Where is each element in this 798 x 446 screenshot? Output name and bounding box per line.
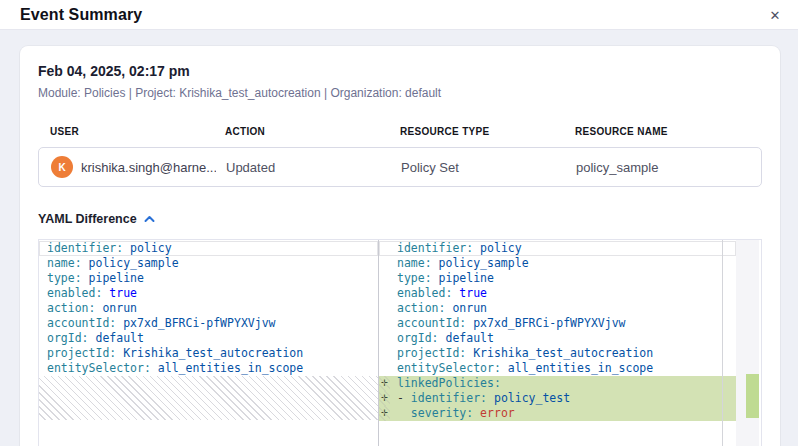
yaml-difference-label: YAML Difference (38, 212, 137, 226)
user-email: krishika.singh@harne... (81, 160, 216, 175)
diff-line: type: pipeline (379, 271, 736, 286)
diff-line: projectId: Krishika_test_autocreation (379, 346, 736, 361)
diff-added-line: linkedPolicies: (379, 376, 736, 391)
column-action: ACTION (225, 126, 400, 137)
resource-name-cell: policy_sample (576, 160, 761, 175)
diff-line: accountId: px7xd_BFRCi-pfWPYXVjvw (39, 316, 378, 331)
modal-header: Event Summary ✕ (0, 0, 798, 30)
event-card: Feb 04, 2025, 02:17 pm Module: Policies … (20, 46, 780, 446)
diff-line: name: policy_sample (39, 256, 378, 271)
modal-title: Event Summary (20, 6, 142, 24)
resource-type-cell: Policy Set (401, 160, 576, 175)
action-cell: Updated (226, 160, 401, 175)
diff-line: identifier: policy (379, 241, 736, 256)
diff-line: action: onrun (379, 301, 736, 316)
diff-line: enabled: true (39, 286, 378, 301)
diff-line: name: policy_sample (379, 256, 736, 271)
column-resource-name: RESOURCE NAME (575, 126, 762, 137)
diff-line: identifier: policy (39, 241, 378, 256)
diff-modified-pane[interactable]: identifier: policyname: policy_sampletyp… (379, 240, 761, 446)
diff-original-pane[interactable]: identifier: policyname: policy_sampletyp… (39, 240, 378, 446)
yaml-diff-editor: identifier: policyname: policy_sampletyp… (38, 239, 762, 446)
user-cell: K krishika.singh@harne... (51, 156, 226, 178)
diff-line: action: onrun (39, 301, 378, 316)
diff-line: entitySelector: all_entities_in_scope (379, 361, 736, 376)
column-user: USER (50, 126, 225, 137)
diff-line: projectId: Krishika_test_autocreation (39, 346, 378, 361)
event-meta: Module: Policies | Project: Krishika_tes… (38, 86, 762, 100)
diff-line: accountId: px7xd_BFRCi-pfWPYXVjvw (379, 316, 736, 331)
diff-line: orgId: default (379, 331, 736, 346)
avatar: K (51, 156, 73, 178)
diff-removed-placeholder (39, 376, 378, 420)
scrollbar-track-border (722, 240, 723, 446)
diff-line: type: pipeline (39, 271, 378, 286)
overview-ruler-scrollbar[interactable] (736, 240, 759, 446)
close-icon[interactable]: ✕ (764, 4, 786, 26)
diff-line: enabled: true (379, 286, 736, 301)
table-row: K krishika.singh@harne... Updated Policy… (38, 147, 762, 187)
yaml-difference-toggle[interactable]: YAML Difference (38, 212, 155, 226)
diff-added-line: - identifier: policy_test (379, 391, 736, 406)
chevron-up-icon (144, 215, 155, 223)
diff-line: orgId: default (39, 331, 378, 346)
column-resource-type: RESOURCE TYPE (400, 126, 575, 137)
audit-table-header: USER ACTION RESOURCE TYPE RESOURCE NAME (38, 126, 762, 137)
diff-line: entitySelector: all_entities_in_scope (39, 361, 378, 376)
diff-added-line: severity: error (379, 406, 736, 421)
event-timestamp: Feb 04, 2025, 02:17 pm (38, 63, 762, 79)
diff-added-marker (746, 374, 759, 418)
event-summary-modal: Event Summary ✕ Feb 04, 2025, 02:17 pm M… (0, 0, 798, 446)
